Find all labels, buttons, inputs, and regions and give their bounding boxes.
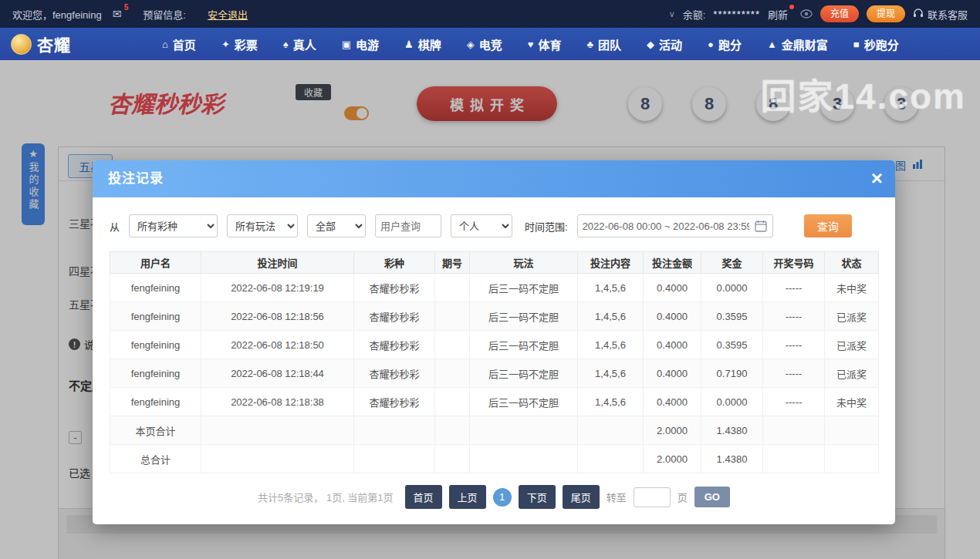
table-body: fengfeining2022-06-08 12:19:19杏耀秒秒彩后三一码不… <box>110 274 879 473</box>
withdraw-button[interactable]: 提现 <box>867 5 905 22</box>
total-value-cell <box>763 445 825 473</box>
live-icon: ♠ <box>283 39 289 50</box>
go-button[interactable]: GO <box>694 487 730 507</box>
nav-item-label: 跑分 <box>718 36 742 52</box>
status-cell: 已派奖 <box>825 359 879 388</box>
status-cell: 已派奖 <box>825 331 879 359</box>
nav-items: ⌂首页✦彩票♠真人▣电游♟棋牌◈电竞♥体育♣团队◆活动●跑分▲金鼎财富■秒跑分 <box>162 36 899 52</box>
contact-service-link[interactable]: 联系客服 <box>913 7 968 22</box>
total-value-cell <box>825 416 879 445</box>
date-range-wrap <box>577 214 773 237</box>
record-cell: fengfeining <box>110 359 201 388</box>
record-cell: 2022-06-08 12:19:19 <box>201 274 354 302</box>
person-select[interactable]: 个人 <box>451 214 512 237</box>
recharge-button[interactable]: 充值 <box>820 5 859 22</box>
bet-record-row: fengfeining2022-06-08 12:18:38杏耀秒秒彩后三一码不… <box>110 388 879 416</box>
headset-icon <box>913 8 924 21</box>
prev-page-button[interactable]: 上页 <box>449 485 486 509</box>
date-range-input[interactable] <box>577 214 773 237</box>
record-cell: ----- <box>763 359 825 388</box>
balance-value: ********** <box>713 8 760 20</box>
total-value-cell: 2.0000 <box>644 445 701 473</box>
lottery-type-select[interactable]: 所有彩种 <box>129 214 218 237</box>
record-cell: 杏耀秒秒彩 <box>354 359 435 388</box>
play-type-select[interactable]: 所有玩法 <box>227 214 298 237</box>
record-cell <box>435 274 470 302</box>
record-cell: 2022-06-08 12:18:56 <box>201 302 354 331</box>
mail-icon[interactable]: ✉5 <box>113 8 122 20</box>
next-page-button[interactable]: 下页 <box>519 485 556 509</box>
column-header: 状态 <box>825 252 879 274</box>
lottery-icon: ✦ <box>221 39 230 50</box>
last-page-button[interactable]: 尾页 <box>563 485 600 509</box>
nav-item-chess[interactable]: ♟棋牌 <box>404 36 441 52</box>
goto-page-input[interactable] <box>634 487 671 507</box>
esports-icon: ◈ <box>467 39 475 50</box>
calendar-icon[interactable] <box>755 220 767 234</box>
record-cell: 0.0000 <box>701 274 763 302</box>
nav-item-home[interactable]: ⌂首页 <box>162 36 196 52</box>
record-cell: ----- <box>763 388 825 416</box>
record-cell: fengfeining <box>110 302 201 331</box>
search-button[interactable]: 查询 <box>804 214 852 237</box>
record-cell: ----- <box>763 274 825 302</box>
page-unit-label: 页 <box>678 490 688 504</box>
eye-icon[interactable] <box>800 9 813 19</box>
first-page-button[interactable]: 首页 <box>405 485 442 509</box>
welcome-text: 欢迎您，fengfeining <box>12 7 102 22</box>
record-cell: 1,4,5,6 <box>578 359 644 388</box>
nav-item-jinding[interactable]: ▲金鼎财富 <box>767 36 828 52</box>
refresh-link[interactable]: 刷新 <box>768 7 788 22</box>
record-cell: fengfeining <box>110 388 201 416</box>
brand[interactable]: 杏耀 <box>11 32 71 56</box>
total-value-cell <box>578 445 644 473</box>
nav-item-label: 电竞 <box>479 36 502 52</box>
logout-link[interactable]: 安全退出 <box>208 7 248 22</box>
record-cell: 后三一码不定胆 <box>470 302 578 331</box>
total-value-cell <box>201 445 354 473</box>
nav-item-live[interactable]: ♠真人 <box>283 36 316 52</box>
record-cell <box>435 302 470 331</box>
column-header: 用户名 <box>110 252 201 274</box>
bet-record-row: fengfeining2022-06-08 12:19:19杏耀秒秒彩后三一码不… <box>110 274 879 302</box>
nav-item-lottery[interactable]: ✦彩票 <box>221 36 258 52</box>
modal-header: 投注记录 × <box>93 160 895 197</box>
close-icon[interactable]: × <box>871 167 883 190</box>
record-cell: 0.4000 <box>644 388 701 416</box>
modal-title: 投注记录 <box>93 160 895 197</box>
current-page-badge[interactable]: 1 <box>493 488 512 507</box>
nav-item-miaopaofen[interactable]: ■秒跑分 <box>853 36 899 52</box>
jinding-icon: ▲ <box>767 39 777 50</box>
chevron-down-icon[interactable]: ∨ <box>669 9 675 19</box>
total-value-cell <box>578 416 644 445</box>
nav-item-label: 活动 <box>659 36 682 52</box>
record-cell <box>435 359 470 388</box>
nav-item-team[interactable]: ♣团队 <box>586 36 621 52</box>
record-cell: 0.0000 <box>701 388 763 416</box>
time-range-label: 时间范围: <box>525 219 568 234</box>
nav-item-egames[interactable]: ▣电游 <box>342 36 379 52</box>
paofen-icon: ● <box>708 39 714 50</box>
column-header: 玩法 <box>470 252 578 274</box>
record-cell: 1,4,5,6 <box>578 274 644 302</box>
nav-item-activity[interactable]: ◆活动 <box>647 36 682 52</box>
record-cell: ----- <box>763 302 825 331</box>
column-header: 投注金额 <box>644 252 701 274</box>
nav-item-label: 电游 <box>356 36 379 52</box>
nav-item-label: 彩票 <box>235 36 258 52</box>
status-cell: 未中奖 <box>825 388 879 416</box>
scope-select[interactable]: 全部 <box>307 214 366 237</box>
record-cell <box>435 331 470 359</box>
nav-item-esports[interactable]: ◈电竞 <box>467 36 502 52</box>
nav-item-label: 体育 <box>538 36 561 52</box>
total-value-cell <box>354 416 435 445</box>
record-cell: 杏耀秒秒彩 <box>354 274 435 302</box>
nav-item-sports[interactable]: ♥体育 <box>528 36 562 52</box>
record-cell: 0.3595 <box>701 331 763 359</box>
nav-item-label: 真人 <box>293 36 316 52</box>
username-search-input[interactable] <box>375 214 441 237</box>
nav-item-paofen[interactable]: ●跑分 <box>708 36 742 52</box>
main-nav: 杏耀 ⌂首页✦彩票♠真人▣电游♟棋牌◈电竞♥体育♣团队◆活动●跑分▲金鼎财富■秒… <box>0 28 980 60</box>
bet-records-table: 用户名投注时间彩种期号玩法投注内容投注金额奖金开奖号码状态 fengfeinin… <box>110 251 879 473</box>
record-cell: 1,4,5,6 <box>578 302 644 331</box>
